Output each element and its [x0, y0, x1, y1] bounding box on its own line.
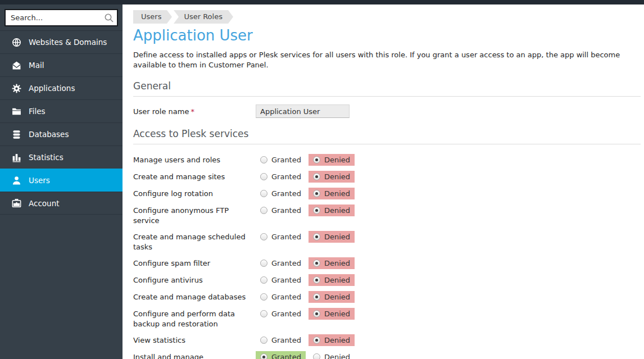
radio-button-icon[interactable] [260, 173, 267, 180]
denied-label: Denied [324, 156, 350, 164]
radio-button-icon[interactable] [260, 156, 267, 163]
permissions-list: Manage users and roles Granted Denied Cr… [133, 154, 641, 359]
granted-label: Granted [271, 336, 301, 344]
permission-controls: Granted Denied [256, 188, 357, 199]
radio-button-icon[interactable] [313, 353, 320, 359]
permission-row: Configure anonymous FTP service Granted … [133, 205, 641, 226]
denied-radio-option[interactable]: Denied [309, 308, 355, 320]
radio-button-icon[interactable] [260, 190, 267, 197]
radio-button-icon[interactable] [260, 276, 267, 284]
sidebar-item-label: Applications [29, 84, 75, 93]
granted-label: Granted [271, 293, 301, 301]
permission-controls: Granted Denied [256, 291, 357, 303]
granted-label: Granted [271, 156, 301, 164]
radio-button-icon[interactable] [260, 233, 267, 240]
radio-button-icon[interactable] [260, 337, 267, 344]
denied-label: Denied [324, 353, 350, 359]
permission-label: Create and manage sites [133, 171, 248, 183]
granted-radio-option[interactable]: Granted [256, 188, 306, 199]
sidebar-item-label: Users [29, 176, 50, 185]
denied-label: Denied [324, 206, 350, 215]
search-input[interactable] [4, 9, 118, 26]
sidebar: Websites & Domains Mail [0, 4, 123, 359]
radio-button-icon[interactable] [313, 190, 320, 197]
database-icon [11, 129, 21, 139]
denied-label: Denied [324, 336, 350, 344]
radio-button-icon[interactable] [313, 173, 320, 180]
granted-label: Granted [271, 189, 301, 198]
radio-button-icon[interactable] [313, 233, 320, 240]
permission-label: Configure anonymous FTP service [133, 205, 248, 226]
denied-radio-option[interactable]: Denied [309, 231, 355, 243]
radio-button-icon[interactable] [260, 207, 267, 214]
sidebar-item-applications[interactable]: Applications [0, 76, 123, 99]
denied-label: Denied [324, 259, 350, 267]
granted-radio-option[interactable]: Granted [256, 171, 306, 183]
permission-controls: Granted Denied [256, 274, 357, 286]
granted-radio-option[interactable]: Granted [256, 274, 306, 286]
top-bar [0, 0, 644, 4]
permission-controls: Granted Denied [256, 171, 357, 183]
sidebar-item-databases[interactable]: Databases [0, 122, 123, 146]
sidebar-item-label: Websites & Domains [29, 38, 107, 47]
section-heading-general: General [133, 80, 641, 97]
breadcrumb-item-users[interactable]: Users [133, 10, 167, 24]
radio-button-icon[interactable] [260, 353, 267, 359]
granted-radio-option[interactable]: Granted [256, 231, 306, 243]
granted-radio-option[interactable]: Granted [256, 291, 306, 303]
radio-button-icon[interactable] [313, 310, 320, 317]
mail-icon [11, 60, 21, 70]
granted-radio-option[interactable]: Granted [256, 257, 306, 269]
folder-icon [11, 106, 21, 116]
user-role-name-label: User role name* [133, 107, 248, 116]
sidebar-item-statistics[interactable]: Statistics [0, 146, 123, 169]
granted-radio-option[interactable]: Granted [256, 308, 306, 320]
denied-radio-option[interactable]: Denied [309, 351, 355, 359]
denied-radio-option[interactable]: Denied [309, 291, 355, 303]
permission-controls: Granted Denied [256, 351, 357, 359]
radio-button-icon[interactable] [260, 293, 267, 301]
granted-radio-option[interactable]: Granted [256, 154, 306, 166]
radio-button-icon[interactable] [313, 260, 320, 267]
radio-button-icon[interactable] [313, 156, 320, 163]
permission-controls: Granted Denied [256, 257, 357, 269]
sidebar-item-websites-domains[interactable]: Websites & Domains [0, 30, 123, 53]
sidebar-item-label: Statistics [29, 153, 64, 162]
sidebar-item-account[interactable]: Account [0, 192, 123, 215]
denied-radio-option[interactable]: Denied [309, 188, 355, 199]
denied-radio-option[interactable]: Denied [309, 171, 355, 183]
search-box [4, 9, 118, 26]
radio-button-icon[interactable] [313, 337, 320, 344]
granted-label: Granted [271, 172, 301, 181]
radio-button-icon[interactable] [313, 207, 320, 214]
granted-radio-option[interactable]: Granted [256, 205, 306, 216]
permission-row: Manage users and roles Granted Denied [133, 154, 641, 166]
radio-button-icon[interactable] [260, 260, 267, 267]
user-role-name-input[interactable] [256, 104, 350, 118]
radio-button-icon[interactable] [313, 293, 320, 301]
section-heading-plesk-services: Access to Plesk services [133, 128, 641, 144]
permission-label: Create and manage databases [133, 291, 248, 303]
denied-radio-option[interactable]: Denied [309, 205, 355, 216]
denied-radio-option[interactable]: Denied [309, 257, 355, 269]
permission-row: Create and manage sites Granted Denied [133, 171, 641, 183]
user-icon [11, 175, 21, 185]
permission-label: Create and manage scheduled tasks [133, 231, 248, 252]
permission-controls: Granted Denied [256, 308, 357, 329]
sidebar-item-users[interactable]: Users [0, 169, 123, 192]
permission-controls: Granted Denied [256, 154, 357, 166]
breadcrumb-item-user-roles[interactable]: User Roles [174, 10, 228, 24]
radio-button-icon[interactable] [313, 276, 320, 284]
denied-radio-option[interactable]: Denied [309, 274, 355, 286]
granted-radio-option[interactable]: Granted [256, 334, 306, 346]
denied-radio-option[interactable]: Denied [309, 334, 355, 346]
sidebar-item-files[interactable]: Files [0, 99, 123, 122]
radio-button-icon[interactable] [260, 310, 267, 317]
denied-radio-option[interactable]: Denied [309, 154, 355, 166]
permission-label: Install and manage applications [133, 351, 248, 359]
sidebar-item-label: Mail [29, 61, 44, 70]
search-icon[interactable] [104, 13, 114, 23]
sidebar-item-mail[interactable]: Mail [0, 53, 123, 76]
granted-radio-option[interactable]: Granted [256, 351, 306, 359]
denied-label: Denied [324, 172, 350, 181]
